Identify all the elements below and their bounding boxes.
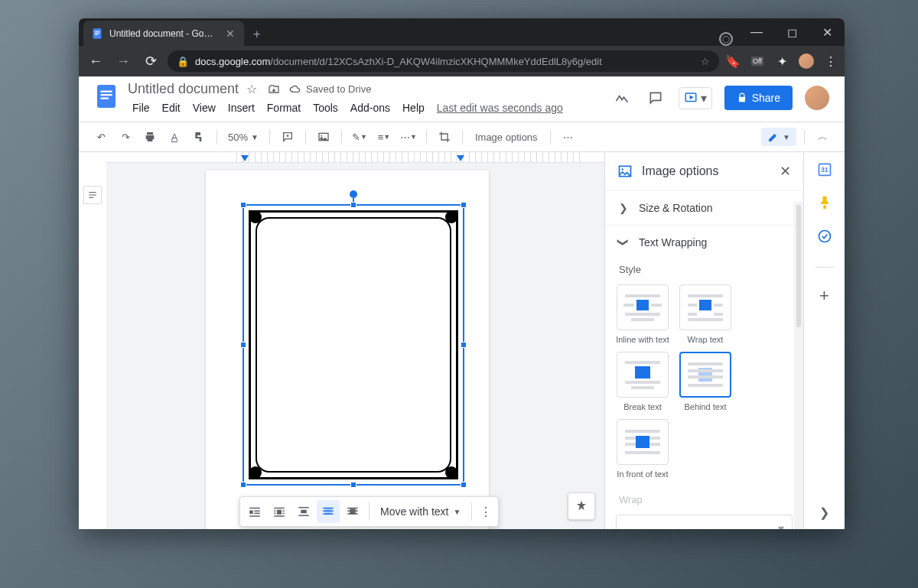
tasks-addon-icon[interactable] — [817, 229, 832, 244]
maximize-button[interactable]: ◻ — [774, 21, 809, 44]
profile-avatar-icon[interactable] — [799, 54, 814, 69]
resize-handle-tm[interactable] — [350, 202, 356, 208]
extensions-icon[interactable]: ✦ — [774, 54, 789, 69]
image-options-button[interactable]: Image options — [470, 132, 542, 143]
svg-rect-3 — [95, 34, 99, 34]
profile-indicator-icon[interactable]: ◯ — [719, 32, 733, 46]
svg-rect-29 — [323, 508, 334, 509]
resize-handle-bm[interactable] — [350, 482, 356, 488]
collapse-toolbar-button[interactable]: ︿ — [812, 127, 832, 147]
svg-rect-35 — [350, 508, 356, 515]
cloud-icon — [289, 83, 301, 96]
resize-handle-tl[interactable] — [240, 202, 246, 208]
resize-handle-br[interactable] — [461, 482, 467, 488]
floating-more-icon[interactable]: ⋮ — [477, 505, 495, 519]
wrap-text-button[interactable] — [268, 500, 291, 523]
star-document-icon[interactable]: ☆ — [246, 82, 260, 96]
ruler-indent-left-icon[interactable] — [241, 155, 249, 163]
minimize-button[interactable]: ― — [739, 21, 774, 44]
behind-text-button[interactable] — [317, 500, 340, 523]
menu-edit[interactable]: Edit — [158, 100, 185, 115]
break-text-button[interactable] — [292, 500, 315, 523]
menu-help[interactable]: Help — [398, 100, 429, 115]
tab-title: Untitled document - Google Docs — [109, 28, 218, 39]
style-grid: Inline with text Wrap text Break text — [605, 280, 803, 489]
section-size-rotation[interactable]: ❯ Size & Rotation — [605, 191, 803, 225]
resize-handle-tr[interactable] — [461, 202, 467, 208]
svg-rect-7 — [101, 98, 109, 99]
rotate-handle[interactable] — [350, 190, 357, 198]
menu-file[interactable]: File — [128, 100, 155, 115]
move-with-text-select[interactable]: Move with text▼ — [374, 505, 467, 518]
horizontal-ruler[interactable] — [106, 152, 604, 163]
canvas[interactable]: Move with text▼ ⋮ — [106, 152, 604, 529]
account-avatar[interactable] — [805, 86, 829, 110]
menu-addons[interactable]: Add-ons — [346, 100, 395, 115]
style-wrap[interactable]: Wrap text — [679, 284, 732, 344]
style-behind[interactable]: Behind text — [679, 352, 732, 411]
share-button[interactable]: Share — [724, 86, 793, 110]
wrap-select[interactable]: ▾ — [616, 515, 793, 529]
outline-toggle-button[interactable] — [83, 186, 102, 204]
image-placeholder-button[interactable] — [314, 127, 334, 147]
zoom-select[interactable]: 50% ▼ — [225, 132, 262, 143]
ruler-indent-right-icon[interactable] — [457, 155, 464, 163]
style-break[interactable]: Break text — [616, 352, 669, 411]
sidepanel-close-icon[interactable]: ✕ — [780, 163, 791, 180]
reload-button[interactable]: ⟳ — [140, 50, 161, 72]
url-field[interactable]: 🔒 docs.google.com/document/d/12XCsAzhXi-… — [168, 50, 719, 72]
selected-image[interactable] — [243, 204, 464, 486]
border-weight-button[interactable]: ≡ ▼ — [374, 127, 394, 147]
editing-mode-button[interactable]: ▼ — [761, 128, 796, 146]
paint-format-button[interactable] — [189, 127, 209, 147]
forward-button[interactable]: → — [112, 50, 134, 72]
menu-view[interactable]: View — [188, 100, 220, 115]
ext-off-icon[interactable]: Off — [750, 54, 765, 69]
explore-fab[interactable] — [568, 492, 595, 520]
crop-button[interactable] — [435, 127, 454, 147]
add-comment-button[interactable] — [278, 127, 298, 147]
get-addons-button[interactable]: + — [819, 286, 829, 306]
border-dash-button[interactable]: ⋯ ▼ — [399, 127, 418, 147]
new-tab-button[interactable]: + — [244, 23, 269, 46]
border-color-button[interactable]: ✎ ▼ — [350, 127, 369, 147]
wrap-inline-button[interactable] — [243, 500, 266, 523]
svg-rect-27 — [298, 515, 309, 517]
back-button[interactable]: ← — [85, 50, 106, 72]
document-title[interactable]: Untitled document — [128, 81, 239, 97]
ext-tag-icon[interactable]: 🔖 — [725, 54, 741, 69]
spellcheck-button[interactable]: A — [164, 127, 184, 147]
star-icon[interactable]: ☆ — [701, 56, 710, 67]
activity-icon[interactable] — [611, 87, 633, 109]
in-front-text-button[interactable] — [341, 500, 364, 523]
menu-insert[interactable]: Insert — [223, 100, 259, 115]
resize-handle-ml[interactable] — [240, 342, 246, 348]
resize-handle-bl[interactable] — [240, 482, 246, 488]
tab-close-icon[interactable]: ✕ — [224, 28, 236, 40]
present-button[interactable]: ▾ — [679, 87, 712, 109]
style-inline[interactable]: Inline with text — [616, 284, 669, 344]
browser-menu-icon[interactable]: ⋮ — [823, 54, 838, 69]
docs-logo-icon[interactable] — [91, 81, 122, 112]
section-text-wrapping[interactable]: ❯ Text Wrapping — [605, 226, 803, 259]
collapse-rail-icon[interactable]: ❯ — [819, 505, 829, 520]
menu-tools[interactable]: Tools — [308, 100, 343, 115]
browser-tab[interactable]: Untitled document - Google Docs ✕ — [83, 21, 244, 46]
svg-rect-2 — [95, 32, 100, 33]
style-infront[interactable]: In front of text — [616, 419, 669, 479]
move-document-icon[interactable] — [268, 83, 282, 96]
undo-button[interactable]: ↶ — [91, 127, 111, 147]
more-toolbar-button[interactable]: ⋯ — [558, 127, 578, 147]
resize-handle-mr[interactable] — [461, 342, 467, 348]
comments-icon[interactable] — [645, 87, 666, 109]
last-edit-link[interactable]: Last edit was seconds ago — [432, 100, 568, 115]
menu-format[interactable]: Format — [262, 100, 305, 115]
sidepanel-scrollbar[interactable] — [794, 202, 803, 529]
save-status[interactable]: Saved to Drive — [289, 83, 371, 96]
redo-button[interactable]: ↷ — [116, 127, 135, 147]
close-window-button[interactable]: ✕ — [809, 21, 845, 44]
url-host: docs.google.com — [195, 56, 270, 67]
keep-addon-icon[interactable] — [817, 195, 832, 210]
print-button[interactable] — [140, 127, 160, 147]
calendar-addon-icon[interactable]: 31 — [817, 161, 832, 177]
